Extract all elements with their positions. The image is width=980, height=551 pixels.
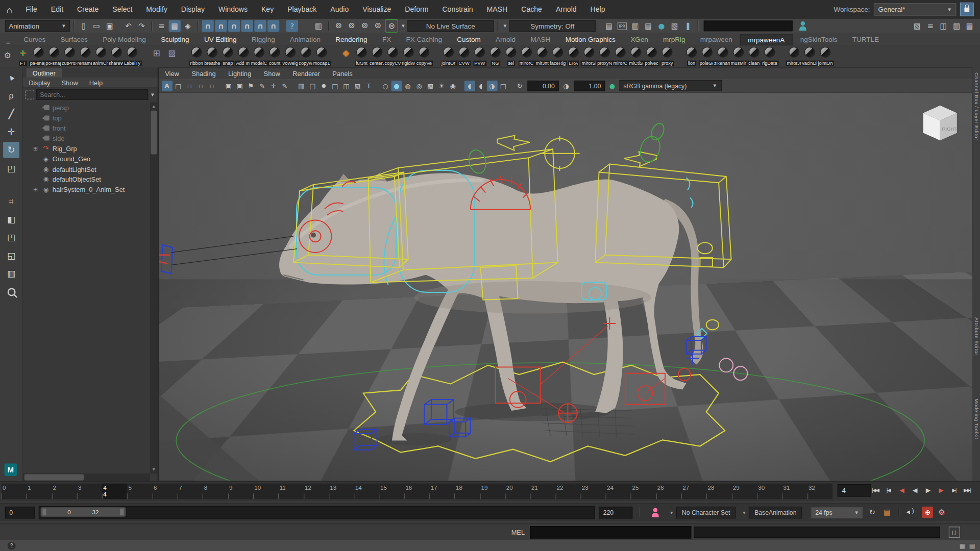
step-back-frame-button[interactable] — [882, 483, 895, 497]
motion-blur-icon[interactable] — [448, 80, 458, 91]
frame-tick[interactable]: 13 — [329, 484, 354, 499]
shelf-button[interactable] — [149, 47, 164, 67]
frame-tick[interactable]: 18 — [455, 484, 480, 499]
exposure-icon[interactable] — [514, 80, 525, 91]
search-help-icon[interactable] — [799, 21, 807, 31]
outliner-item[interactable]: ⊞ side — [23, 133, 150, 143]
all-lights-icon[interactable] — [414, 80, 425, 91]
frame-tick[interactable]: 7 — [178, 484, 203, 499]
chevron-down-icon[interactable]: ▼ — [742, 510, 746, 515]
shelf-tab[interactable]: TURTLE — [845, 34, 887, 45]
shelf-tab[interactable]: FX — [375, 34, 399, 45]
film-gate-icon[interactable] — [307, 80, 318, 91]
shelf-button[interactable]: vacinDi — [802, 47, 818, 67]
rotate-tool[interactable] — [3, 142, 19, 158]
shelf-tab[interactable]: ngSkinTools — [793, 34, 845, 45]
go-to-start-button[interactable] — [869, 483, 882, 497]
cog-target-control[interactable] — [540, 136, 579, 171]
scrollbar-thumb[interactable] — [24, 474, 84, 480]
root-circle-control[interactable] — [176, 363, 924, 481]
outliner-vertical-scrollbar[interactable]: ▲ ▼ — [150, 103, 158, 473]
make-live-icon[interactable] — [267, 20, 279, 32]
frame-tick[interactable]: 31 — [782, 484, 807, 499]
select-tool[interactable] — [3, 69, 19, 86]
shelf-button[interactable]: cutProx — [62, 47, 78, 67]
grid-toggle-icon[interactable] — [296, 80, 307, 91]
shelf-button[interactable]: mirorC — [612, 47, 628, 67]
select-camera-icon[interactable] — [223, 80, 234, 91]
aim-widget[interactable] — [159, 236, 297, 273]
shelf-button[interactable]: po-snap — [46, 47, 62, 67]
cache-playback-icon[interactable] — [346, 19, 357, 31]
shelf-tab[interactable]: Animation — [282, 34, 328, 45]
menu-item[interactable]: Modify — [139, 6, 174, 13]
snap-projected-center-icon[interactable] — [241, 20, 253, 32]
live-surface-field[interactable]: No Live Surface — [407, 20, 494, 32]
pink-rig-controls[interactable] — [719, 358, 747, 380]
shelf-button[interactable]: polvec — [644, 47, 659, 67]
outliner-item[interactable]: ⊞ front — [23, 123, 150, 133]
tab-modeling-toolkit[interactable]: Modeling Toolkit — [974, 398, 979, 439]
help-icon[interactable]: ? — [8, 541, 16, 549]
show-tool-settings-icon[interactable] — [938, 20, 949, 32]
range-start-handle[interactable] — [42, 508, 46, 515]
script-editor-icon[interactable]: {;} — [948, 527, 960, 538]
shelf-button[interactable]: copyCV — [385, 47, 401, 67]
display-layers-icon[interactable] — [655, 20, 667, 32]
home-icon[interactable]: ⌂ — [0, 4, 19, 15]
snap-curve-icon[interactable] — [215, 20, 227, 32]
lasso-select-tool[interactable] — [3, 87, 19, 104]
shelf-button[interactable]: mirorSl — [581, 47, 597, 67]
pink-ring-control[interactable] — [719, 358, 733, 372]
expand-icon[interactable]: ⊞ — [33, 145, 41, 152]
quick-selection-input[interactable] — [704, 20, 793, 31]
shelf-tab[interactable]: mrpRig — [655, 34, 693, 45]
pan-zoom-icon[interactable] — [268, 80, 279, 91]
open-scene-icon[interactable] — [91, 20, 103, 32]
scale-tool[interactable] — [3, 160, 19, 176]
frame-tick[interactable]: 26 — [656, 484, 681, 499]
xray-icon[interactable] — [475, 80, 486, 91]
step-back-key-button[interactable] — [895, 483, 908, 497]
viewport-menu-item[interactable]: Shading — [185, 70, 222, 78]
shelf-button[interactable]: Add Inf — [236, 47, 252, 67]
range-end-handle[interactable] — [120, 508, 124, 515]
chevron-down-icon[interactable]: ▼ — [150, 91, 155, 97]
menu-item[interactable]: Help — [583, 6, 612, 13]
color-managed-icon[interactable] — [607, 80, 618, 91]
exposure-field[interactable]: 0.00 — [527, 80, 558, 91]
menu-item[interactable]: File — [19, 6, 44, 13]
snap-grid-icon[interactable] — [202, 20, 214, 32]
auto-key-button[interactable]: ⊕ — [922, 507, 934, 518]
frame-tick[interactable]: 1 — [27, 484, 52, 499]
fps-dropdown[interactable]: 24 fps ▼ — [811, 506, 864, 518]
shelf-tab[interactable]: MASH — [523, 34, 558, 45]
shelf-button[interactable]: furJnt — [354, 47, 370, 67]
current-frame-field[interactable]: 4 — [838, 484, 871, 496]
xray-joints-icon[interactable] — [486, 80, 497, 91]
shelf-button[interactable]: shareW — [109, 47, 125, 67]
evaluation-mode-icon[interactable] — [385, 19, 398, 33]
ik-cube-control[interactable] — [424, 399, 453, 424]
camera-attributes-icon[interactable] — [234, 80, 245, 91]
frame-tick[interactable]: 15 — [379, 484, 404, 499]
shelf-tab[interactable]: mrpaween — [693, 34, 740, 45]
shelf-button[interactable]: voWeig — [282, 47, 298, 67]
shelf-tab[interactable]: XGen — [623, 34, 655, 45]
shelf-button[interactable]: mirJnt — [534, 47, 550, 67]
frame-tick[interactable]: 12 — [304, 484, 329, 499]
snap-together-icon[interactable] — [286, 20, 298, 32]
3d-scene[interactable]: RIGHT — [159, 92, 972, 481]
frame-tick[interactable]: 16 — [404, 484, 429, 499]
shelf-tab[interactable]: FX Caching — [399, 34, 450, 45]
outliner-title[interactable]: Outliner — [26, 67, 62, 78]
shelf-button[interactable]: copyW — [298, 47, 314, 67]
viewport-panel[interactable]: ViewShadingLightingShowRendererPanels 0.… — [158, 67, 973, 481]
shelf-button[interactable]: LRA — [566, 47, 581, 67]
outliner-item[interactable]: ⊞ Rig_Grp — [23, 143, 150, 154]
move-tool[interactable] — [3, 123, 19, 140]
frame-tick[interactable]: 9 — [228, 484, 253, 499]
step-forward-frame-button[interactable] — [947, 483, 961, 497]
command-input[interactable] — [530, 526, 691, 538]
shelf-button[interactable]: LabelTy — [125, 47, 140, 67]
